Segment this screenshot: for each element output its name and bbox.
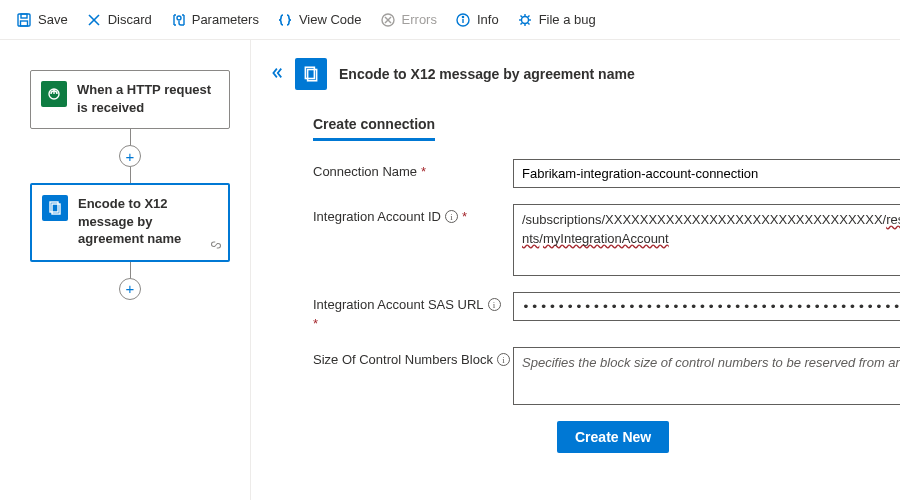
connector: + [30, 129, 230, 183]
panel-header: Encode to X12 message by agreement name … [269, 58, 900, 90]
label-account-id: Integration Account ID i * [313, 204, 513, 224]
info-icon [455, 12, 471, 28]
required-icon: * [421, 164, 426, 179]
designer-canvas: When a HTTP request is received + Encode… [0, 40, 250, 500]
errors-icon [380, 12, 396, 28]
bug-icon [517, 12, 533, 28]
save-label: Save [38, 12, 68, 27]
x12-action-icon [42, 195, 68, 221]
svg-rect-2 [21, 21, 28, 26]
create-new-button[interactable]: Create New [557, 421, 669, 453]
action-label: Encode to X12 message by agreement name [78, 195, 216, 248]
code-icon [277, 12, 293, 28]
save-button[interactable]: Save [8, 6, 76, 34]
action-card[interactable]: Encode to X12 message by agreement name [30, 183, 230, 262]
connector-line [130, 167, 131, 183]
discard-icon [86, 12, 102, 28]
svg-point-12 [521, 16, 528, 23]
info-label: Info [477, 12, 499, 27]
svg-line-20 [520, 22, 522, 24]
parameters-label: Parameters [192, 12, 259, 27]
parameters-button[interactable]: Parameters [162, 6, 267, 34]
collapse-icon[interactable] [269, 66, 283, 83]
view-code-button[interactable]: View Code [269, 6, 370, 34]
button-row: Create New [557, 421, 900, 453]
add-step-button[interactable]: + [119, 145, 141, 167]
info-icon[interactable]: i [488, 298, 501, 311]
row-sas-url: Integration Account SAS URL i * ••••••••… [313, 292, 900, 331]
discard-label: Discard [108, 12, 152, 27]
connection-form: Connection Name* Integration Account ID … [313, 159, 900, 453]
main: When a HTTP request is received + Encode… [0, 40, 900, 500]
save-icon [16, 12, 32, 28]
svg-line-19 [527, 15, 529, 17]
http-trigger-icon [41, 81, 67, 107]
file-bug-button[interactable]: File a bug [509, 6, 604, 34]
account-id-input[interactable]: /subscriptions/XXXXXXXXXXXXXXXXXXXXXXXXX… [513, 204, 900, 276]
panel-tab[interactable]: Create connection [313, 116, 900, 141]
connector-line [130, 129, 131, 145]
x12-panel-icon [295, 58, 327, 90]
label-connection-name: Connection Name* [313, 159, 513, 179]
label-sas-url: Integration Account SAS URL i * [313, 292, 513, 331]
connector: + [30, 262, 230, 300]
sas-url-input[interactable]: ••••••••••••••••••••••••••••••••••••••••… [513, 292, 900, 321]
info-icon[interactable]: i [497, 353, 510, 366]
row-connection-name: Connection Name* [313, 159, 900, 188]
parameters-icon [170, 12, 186, 28]
row-block-size: Size Of Control Numbers Block i Specifie… [313, 347, 900, 405]
trigger-label: When a HTTP request is received [77, 81, 217, 116]
errors-label: Errors [402, 12, 437, 27]
svg-line-17 [520, 15, 522, 17]
block-size-input[interactable]: Specifies the block size of control numb… [513, 347, 900, 405]
file-bug-label: File a bug [539, 12, 596, 27]
errors-button: Errors [372, 6, 445, 34]
add-step-button[interactable]: + [119, 278, 141, 300]
svg-line-18 [527, 22, 529, 24]
required-icon: * [462, 209, 467, 224]
discard-button[interactable]: Discard [78, 6, 160, 34]
connection-name-input[interactable] [513, 159, 900, 188]
svg-rect-1 [21, 14, 27, 18]
link-icon [210, 238, 222, 256]
required-icon: * [313, 316, 513, 331]
details-panel: Encode to X12 message by agreement name … [250, 40, 900, 500]
toolbar: Save Discard Parameters View Code Errors… [0, 0, 900, 40]
info-button[interactable]: Info [447, 6, 507, 34]
trigger-card[interactable]: When a HTTP request is received [30, 70, 230, 129]
svg-point-11 [462, 16, 463, 17]
info-icon[interactable]: i [445, 210, 458, 223]
panel-tab-label: Create connection [313, 116, 435, 141]
svg-point-5 [177, 16, 181, 20]
view-code-label: View Code [299, 12, 362, 27]
row-account-id: Integration Account ID i * /subscription… [313, 204, 900, 276]
connector-line [130, 262, 131, 278]
panel-title: Encode to X12 message by agreement name [339, 66, 635, 82]
label-block-size: Size Of Control Numbers Block i [313, 347, 513, 367]
svg-rect-0 [18, 14, 30, 26]
